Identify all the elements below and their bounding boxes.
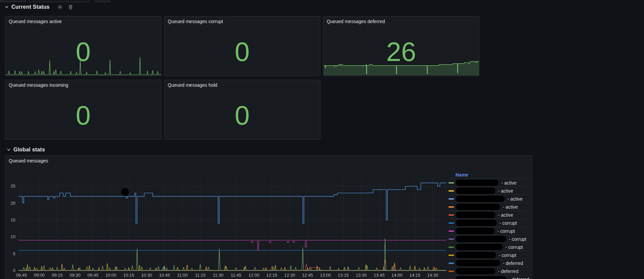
panel-title[interactable]: Queued messages active bbox=[9, 19, 62, 24]
svg-text:12:45: 12:45 bbox=[302, 273, 313, 278]
legend-series-suffix: - active bbox=[498, 188, 513, 194]
svg-text:5: 5 bbox=[13, 251, 15, 256]
redacted-series-name bbox=[456, 196, 505, 202]
row-settings-button[interactable] bbox=[57, 4, 63, 10]
legend-row[interactable]: - corrupt bbox=[448, 251, 531, 259]
svg-text:10:30: 10:30 bbox=[141, 273, 152, 278]
legend-row[interactable]: - active bbox=[448, 195, 531, 203]
section-title: Global stats bbox=[13, 147, 45, 153]
svg-text:14:30: 14:30 bbox=[427, 273, 438, 278]
svg-text:14:15: 14:15 bbox=[410, 273, 421, 278]
svg-text:10: 10 bbox=[11, 234, 15, 239]
legend-series-marker-icon bbox=[448, 206, 454, 208]
legend-header: Name bbox=[448, 171, 531, 179]
svg-text:11:30: 11:30 bbox=[213, 273, 224, 278]
panel-queued-messages-hold: Queued messages hold 0 bbox=[164, 80, 320, 140]
redacted-series-name bbox=[456, 180, 499, 186]
stat-value: 0 bbox=[164, 39, 320, 65]
svg-text:09:00: 09:00 bbox=[34, 273, 45, 278]
redacted-series-name bbox=[456, 252, 496, 258]
redacted-series-name bbox=[456, 236, 506, 242]
svg-text:25: 25 bbox=[11, 184, 15, 189]
legend-row[interactable]: - active bbox=[448, 203, 531, 211]
legend-series-suffix: - corrupt bbox=[509, 236, 526, 242]
stat-value: 0 bbox=[164, 102, 320, 129]
cut-toolbar-button[interactable] bbox=[0, 0, 26, 2]
svg-text:10:15: 10:15 bbox=[123, 273, 135, 278]
svg-text:11:45: 11:45 bbox=[231, 273, 241, 278]
legend-row[interactable]: - active bbox=[448, 211, 531, 219]
trash-icon bbox=[68, 4, 73, 10]
svg-text:13:15: 13:15 bbox=[338, 273, 349, 278]
panel-title[interactable]: Queued messages corrupt bbox=[168, 19, 223, 24]
gear-icon bbox=[57, 4, 63, 10]
panel-queued-messages-corrupt: Queued messages corrupt 0 bbox=[164, 16, 320, 76]
redacted-series-name bbox=[456, 188, 495, 194]
stat-value: 26 bbox=[323, 39, 479, 65]
legend-series-marker-icon bbox=[448, 263, 454, 264]
legend-series-marker-icon bbox=[448, 238, 454, 240]
stat-value: 0 bbox=[5, 102, 161, 129]
svg-text:08:45: 08:45 bbox=[16, 273, 27, 278]
section-title: Current Status bbox=[11, 4, 50, 10]
row-header-global-stats[interactable]: Global stats bbox=[7, 145, 45, 154]
panel-title[interactable]: Queued messages deferred bbox=[327, 19, 385, 24]
legend-row[interactable]: - deferred bbox=[448, 259, 531, 267]
svg-text:10:00: 10:00 bbox=[105, 273, 116, 278]
legend-series-suffix: - deferred bbox=[503, 261, 523, 266]
svg-text:12:15: 12:15 bbox=[266, 273, 277, 278]
legend-series-suffix: - active bbox=[503, 204, 518, 210]
legend-row[interactable]: - active bbox=[448, 187, 531, 195]
svg-text:14:00: 14:00 bbox=[391, 273, 402, 278]
svg-text:13:30: 13:30 bbox=[356, 273, 367, 278]
legend-series-marker-icon bbox=[448, 182, 454, 184]
svg-text:13:45: 13:45 bbox=[374, 273, 385, 278]
svg-text:11:00: 11:00 bbox=[177, 273, 188, 278]
legend-series-suffix: - active bbox=[507, 196, 523, 202]
legend-series-suffix: - active bbox=[498, 212, 513, 218]
svg-text:0: 0 bbox=[13, 268, 15, 273]
panel-title[interactable]: Queued messages incoming bbox=[9, 82, 68, 88]
chevron-down-icon bbox=[7, 148, 11, 152]
panel-queued-messages-incoming: Queued messages incoming 0 bbox=[5, 80, 161, 140]
legend-row[interactable]: - corrupt bbox=[448, 227, 531, 235]
legend-series-suffix: - corrupt bbox=[497, 228, 515, 234]
svg-text:10:45: 10:45 bbox=[159, 273, 170, 278]
legend-series-marker-icon bbox=[448, 222, 454, 224]
chevron-down-icon bbox=[5, 5, 9, 9]
legend-row[interactable]: - corrupt bbox=[448, 235, 531, 243]
legend-row[interactable]: - active bbox=[448, 179, 531, 187]
legend-series-marker-icon bbox=[448, 190, 454, 192]
redacted-series-name bbox=[456, 204, 500, 210]
svg-text:20: 20 bbox=[11, 201, 15, 206]
redacted-series-name bbox=[456, 244, 503, 250]
panel-title[interactable]: Queued messages bbox=[9, 158, 48, 163]
svg-text:13:00: 13:00 bbox=[320, 273, 331, 278]
legend-series-marker-icon bbox=[448, 271, 454, 272]
svg-text:11:15: 11:15 bbox=[195, 273, 206, 278]
legend-row[interactable]: - deferred bbox=[448, 275, 531, 279]
legend-series-suffix: - corrupt bbox=[499, 220, 517, 226]
svg-text:09:15: 09:15 bbox=[52, 273, 63, 278]
cut-toolbar-button[interactable] bbox=[95, 0, 110, 2]
cut-toolbar-input[interactable] bbox=[29, 0, 90, 2]
svg-text:15: 15 bbox=[11, 217, 15, 222]
redacted-series-name bbox=[456, 212, 495, 218]
svg-text:12:30: 12:30 bbox=[284, 273, 295, 278]
legend-row[interactable]: - corrupt bbox=[448, 243, 531, 251]
redacted-series-name bbox=[456, 228, 495, 234]
stat-value: 0 bbox=[5, 39, 161, 65]
legend-row[interactable]: - corrupt bbox=[448, 219, 531, 227]
legend-series-suffix: - corrupt bbox=[499, 253, 516, 258]
legend-series-suffix: - corrupt bbox=[505, 245, 523, 250]
row-delete-button[interactable] bbox=[68, 4, 74, 10]
panel-title[interactable]: Queued messages hold bbox=[168, 82, 217, 88]
redacted-series-name bbox=[456, 268, 495, 274]
legend-series-marker-icon bbox=[448, 255, 454, 256]
legend-row[interactable]: - deferred bbox=[448, 267, 531, 275]
legend-series-marker-icon bbox=[448, 247, 454, 248]
legend-series-suffix: - deferred bbox=[509, 277, 529, 279]
row-header-current-status[interactable]: Current Status bbox=[5, 3, 74, 11]
legend-series-suffix: - deferred bbox=[498, 269, 519, 274]
legend-series-marker-icon bbox=[448, 198, 454, 200]
